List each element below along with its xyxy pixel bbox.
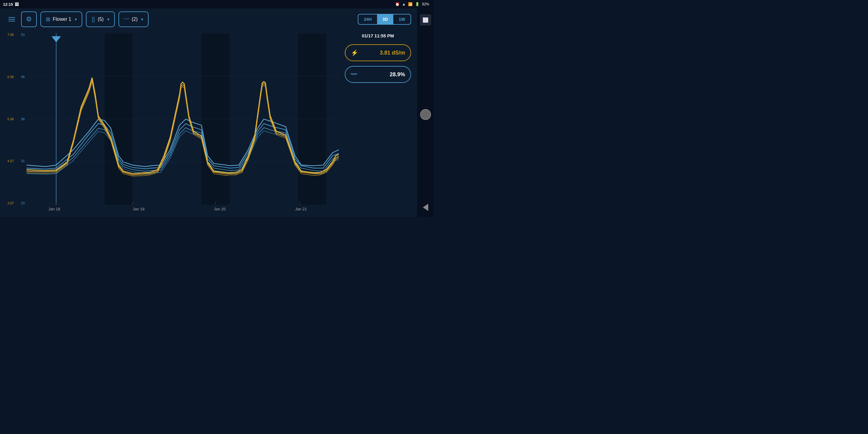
y-axis-blue: 53 46 38 31 23 <box>15 33 26 205</box>
time-range-selector: 24H 3D 1W <box>358 14 411 25</box>
graphs-chevron-icon: ▾ <box>141 17 143 22</box>
right-panel: 01/17 11:55 PM ⚡ 3.81 dS/m 〰 28.9% <box>339 30 417 217</box>
graphs-icon: 〰 <box>124 16 129 23</box>
toolbar: ⚙ ⊞ Flower 1 ▾ ⣿ (5) ▾ 〰 (2) ▾ 24H 3D 1W <box>0 8 417 30</box>
water-icon: 〰 <box>351 71 357 78</box>
x-axis: Jan 18 Jan 19 Jan 20 Jan 21 <box>27 205 339 217</box>
svg-marker-4 <box>52 36 61 42</box>
status-time-area: 12:15 🖼 <box>3 2 19 7</box>
content-area: 7.06 6.06 5.06 4.07 3.07 53 46 38 31 23 <box>0 30 417 217</box>
grid-icon: ⊞ <box>46 16 50 23</box>
main-content: ⚙ ⊞ Flower 1 ▾ ⣿ (5) ▾ 〰 (2) ▾ 24H 3D 1W <box>0 8 417 217</box>
chart-timestamp: 01/17 11:55 PM <box>362 33 394 38</box>
water-value: 28.9% <box>360 71 405 78</box>
alarm-icon: ⏰ <box>395 2 400 6</box>
y-yellow-1: 7.06 <box>7 33 14 36</box>
y-axis-yellow: 7.06 6.06 5.06 4.07 3.07 <box>0 33 15 205</box>
clock-time: 12:15 <box>3 2 13 7</box>
y-blue-1: 53 <box>21 33 25 36</box>
ec-value: 3.81 dS/m <box>361 50 405 56</box>
time-3d-button[interactable]: 3D <box>377 14 393 24</box>
ec-metric-card: ⚡ 3.81 dS/m <box>345 44 411 61</box>
ec-icon: ⚡ <box>351 49 358 56</box>
chart-area: 7.06 6.06 5.06 4.07 3.07 53 46 38 31 23 <box>0 30 339 217</box>
settings-button[interactable]: ⚙ <box>21 11 37 27</box>
back-button[interactable] <box>423 204 428 211</box>
graphs-count: (2) <box>132 17 138 22</box>
status-right-area: ⏰ ▲ 📶 🔋 92% <box>395 2 429 6</box>
y-blue-4: 31 <box>21 159 25 163</box>
graphs-selector[interactable]: 〰 (2) ▾ <box>119 11 149 27</box>
x-label-jan19: Jan 19 <box>133 207 144 211</box>
side-panel: ⬜ <box>417 8 434 217</box>
menu-button[interactable] <box>6 15 18 24</box>
wifi-icon: ▲ <box>402 2 406 6</box>
x-label-jan18: Jan 18 <box>49 207 60 211</box>
time-1w-button[interactable]: 1W <box>393 14 410 24</box>
image-icon: 🖼 <box>15 2 19 7</box>
device-name: Flower 1 <box>53 17 71 22</box>
sensors-chevron-icon: ▾ <box>107 17 110 22</box>
status-bar: 12:15 🖼 ⏰ ▲ 📶 🔋 92% <box>0 0 434 8</box>
time-24h-button[interactable]: 24H <box>358 14 377 24</box>
device-chevron-icon: ▾ <box>75 17 77 22</box>
battery-icon: 🔋 <box>415 2 420 6</box>
sensors-selector[interactable]: ⣿ (5) ▾ <box>86 11 115 27</box>
device-selector[interactable]: ⊞ Flower 1 ▾ <box>40 11 82 27</box>
circle-button[interactable] <box>420 109 431 120</box>
x-label-jan20: Jan 20 <box>214 207 226 211</box>
y-yellow-4: 4.07 <box>7 159 14 163</box>
y-blue-3: 38 <box>21 118 25 121</box>
square-button[interactable]: ⬜ <box>420 14 431 25</box>
signal-icon: 📶 <box>408 2 412 6</box>
battery-percent: 92% <box>422 2 429 6</box>
water-metric-card: 〰 28.9% <box>345 66 411 83</box>
x-label-jan21: Jan 21 <box>295 207 307 211</box>
y-yellow-2: 6.06 <box>7 75 14 79</box>
chart-svg[interactable] <box>27 33 339 205</box>
y-yellow-5: 3.07 <box>7 202 14 205</box>
y-yellow-3: 5.06 <box>7 118 14 121</box>
y-blue-5: 23 <box>21 202 25 205</box>
y-blue-2: 46 <box>21 75 25 79</box>
sensors-count: (5) <box>98 17 104 22</box>
sensors-icon: ⣿ <box>91 16 95 23</box>
